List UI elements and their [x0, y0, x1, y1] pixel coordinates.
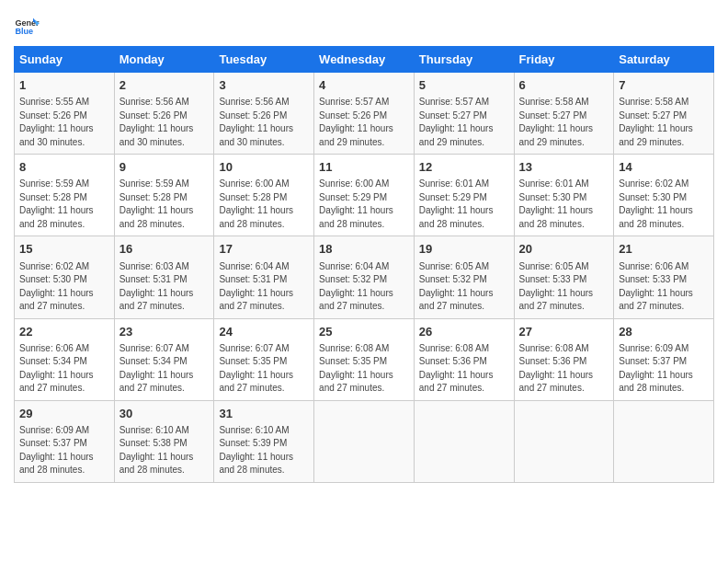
day-number: 6	[519, 77, 609, 94]
calendar-cell: 7Sunrise: 5:58 AM Sunset: 5:27 PM Daylig…	[614, 73, 714, 155]
day-info: Sunrise: 6:06 AM Sunset: 5:33 PM Dayligh…	[619, 260, 709, 314]
day-number: 5	[419, 77, 509, 94]
day-number: 4	[319, 77, 409, 94]
calendar-cell: 18Sunrise: 6:04 AM Sunset: 5:32 PM Dayli…	[314, 236, 415, 318]
day-number: 18	[319, 241, 409, 258]
day-header-thursday: Thursday	[414, 47, 514, 73]
day-number: 31	[219, 406, 309, 422]
calendar-cell: 9Sunrise: 5:59 AM Sunset: 5:28 PM Daylig…	[114, 155, 214, 236]
calendar-cell	[614, 400, 714, 482]
calendar-cell: 10Sunrise: 6:00 AM Sunset: 5:28 PM Dayli…	[214, 155, 314, 236]
calendar-cell: 25Sunrise: 6:08 AM Sunset: 5:35 PM Dayli…	[314, 318, 415, 400]
day-info: Sunrise: 6:01 AM Sunset: 5:30 PM Dayligh…	[519, 178, 609, 231]
day-header-tuesday: Tuesday	[214, 47, 314, 73]
day-number: 7	[619, 77, 709, 94]
day-number: 25	[319, 324, 409, 340]
calendar-week-row: 1Sunrise: 5:55 AM Sunset: 5:26 PM Daylig…	[15, 73, 714, 155]
calendar-cell: 6Sunrise: 5:58 AM Sunset: 5:27 PM Daylig…	[514, 73, 614, 155]
calendar-cell	[414, 400, 514, 482]
calendar-week-row: 15Sunrise: 6:02 AM Sunset: 5:30 PM Dayli…	[15, 236, 714, 318]
calendar-cell: 3Sunrise: 5:56 AM Sunset: 5:26 PM Daylig…	[214, 73, 314, 155]
day-number: 21	[619, 241, 709, 258]
day-info: Sunrise: 5:59 AM Sunset: 5:28 PM Dayligh…	[19, 178, 109, 231]
calendar-cell: 19Sunrise: 6:05 AM Sunset: 5:32 PM Dayli…	[414, 236, 514, 318]
day-info: Sunrise: 5:58 AM Sunset: 5:27 PM Dayligh…	[619, 96, 709, 149]
day-number: 29	[19, 406, 109, 422]
day-info: Sunrise: 6:02 AM Sunset: 5:30 PM Dayligh…	[19, 260, 109, 314]
calendar-cell: 16Sunrise: 6:03 AM Sunset: 5:31 PM Dayli…	[114, 236, 214, 318]
day-number: 22	[19, 324, 109, 340]
day-info: Sunrise: 5:55 AM Sunset: 5:26 PM Dayligh…	[19, 96, 109, 149]
day-number: 2	[119, 77, 210, 94]
day-info: Sunrise: 6:08 AM Sunset: 5:36 PM Dayligh…	[519, 342, 609, 396]
day-header-sunday: Sunday	[15, 47, 115, 73]
day-info: Sunrise: 5:58 AM Sunset: 5:27 PM Dayligh…	[519, 96, 609, 149]
calendar-cell: 27Sunrise: 6:08 AM Sunset: 5:36 PM Dayli…	[514, 318, 614, 400]
day-number: 26	[419, 324, 509, 340]
day-header-saturday: Saturday	[614, 47, 714, 73]
calendar-cell: 8Sunrise: 5:59 AM Sunset: 5:28 PM Daylig…	[15, 155, 115, 236]
calendar-header-row: SundayMondayTuesdayWednesdayThursdayFrid…	[15, 47, 714, 73]
calendar-cell: 24Sunrise: 6:07 AM Sunset: 5:35 PM Dayli…	[214, 318, 314, 400]
day-info: Sunrise: 5:57 AM Sunset: 5:26 PM Dayligh…	[319, 96, 409, 149]
day-info: Sunrise: 6:00 AM Sunset: 5:28 PM Dayligh…	[219, 178, 309, 231]
svg-text:Blue: Blue	[15, 27, 33, 36]
day-number: 12	[419, 159, 509, 176]
day-info: Sunrise: 6:03 AM Sunset: 5:31 PM Dayligh…	[119, 260, 210, 314]
calendar-cell: 31Sunrise: 6:10 AM Sunset: 5:39 PM Dayli…	[214, 400, 314, 482]
day-header-monday: Monday	[114, 47, 214, 73]
day-number: 8	[19, 159, 109, 176]
day-info: Sunrise: 5:56 AM Sunset: 5:26 PM Dayligh…	[119, 96, 210, 149]
day-info: Sunrise: 6:07 AM Sunset: 5:35 PM Dayligh…	[219, 342, 309, 396]
day-info: Sunrise: 5:56 AM Sunset: 5:26 PM Dayligh…	[219, 96, 309, 149]
calendar-cell: 4Sunrise: 5:57 AM Sunset: 5:26 PM Daylig…	[314, 73, 415, 155]
day-number: 17	[219, 241, 309, 258]
day-info: Sunrise: 6:05 AM Sunset: 5:33 PM Dayligh…	[519, 260, 609, 314]
day-info: Sunrise: 6:10 AM Sunset: 5:38 PM Dayligh…	[119, 424, 210, 477]
day-info: Sunrise: 6:08 AM Sunset: 5:36 PM Dayligh…	[419, 342, 509, 396]
calendar-cell: 21Sunrise: 6:06 AM Sunset: 5:33 PM Dayli…	[614, 236, 714, 318]
day-number: 23	[119, 324, 210, 340]
day-info: Sunrise: 6:01 AM Sunset: 5:29 PM Dayligh…	[419, 178, 509, 231]
day-info: Sunrise: 6:07 AM Sunset: 5:34 PM Dayligh…	[119, 342, 210, 396]
calendar-cell: 23Sunrise: 6:07 AM Sunset: 5:34 PM Dayli…	[114, 318, 214, 400]
day-number: 20	[519, 241, 609, 258]
day-info: Sunrise: 6:10 AM Sunset: 5:39 PM Dayligh…	[219, 424, 309, 477]
day-info: Sunrise: 5:59 AM Sunset: 5:28 PM Dayligh…	[119, 178, 210, 231]
day-number: 10	[219, 159, 309, 176]
day-number: 27	[519, 324, 609, 340]
calendar-cell: 17Sunrise: 6:04 AM Sunset: 5:31 PM Dayli…	[214, 236, 314, 318]
calendar-cell: 20Sunrise: 6:05 AM Sunset: 5:33 PM Dayli…	[514, 236, 614, 318]
calendar-week-row: 8Sunrise: 5:59 AM Sunset: 5:28 PM Daylig…	[15, 155, 714, 236]
calendar-week-row: 22Sunrise: 6:06 AM Sunset: 5:34 PM Dayli…	[15, 318, 714, 400]
day-info: Sunrise: 6:04 AM Sunset: 5:31 PM Dayligh…	[219, 260, 309, 314]
calendar-cell: 28Sunrise: 6:09 AM Sunset: 5:37 PM Dayli…	[614, 318, 714, 400]
day-number: 3	[219, 77, 309, 94]
day-number: 11	[319, 159, 409, 176]
calendar-cell: 2Sunrise: 5:56 AM Sunset: 5:26 PM Daylig…	[114, 73, 214, 155]
day-number: 9	[119, 159, 210, 176]
day-number: 28	[619, 324, 709, 340]
calendar-cell: 29Sunrise: 6:09 AM Sunset: 5:37 PM Dayli…	[15, 400, 115, 482]
day-number: 1	[19, 77, 109, 94]
day-number: 13	[519, 159, 609, 176]
calendar-table: SundayMondayTuesdayWednesdayThursdayFrid…	[14, 46, 714, 483]
calendar-cell: 13Sunrise: 6:01 AM Sunset: 5:30 PM Dayli…	[514, 155, 614, 236]
calendar-cell: 30Sunrise: 6:10 AM Sunset: 5:38 PM Dayli…	[114, 400, 214, 482]
day-number: 16	[119, 241, 210, 258]
logo-icon: General Blue	[14, 13, 40, 39]
day-info: Sunrise: 6:09 AM Sunset: 5:37 PM Dayligh…	[619, 342, 709, 396]
calendar-cell	[314, 400, 415, 482]
day-info: Sunrise: 6:09 AM Sunset: 5:37 PM Dayligh…	[19, 424, 109, 477]
calendar-cell: 22Sunrise: 6:06 AM Sunset: 5:34 PM Dayli…	[15, 318, 115, 400]
day-number: 14	[619, 159, 709, 176]
day-info: Sunrise: 6:02 AM Sunset: 5:30 PM Dayligh…	[619, 178, 709, 231]
calendar-cell: 26Sunrise: 6:08 AM Sunset: 5:36 PM Dayli…	[414, 318, 514, 400]
calendar-cell: 15Sunrise: 6:02 AM Sunset: 5:30 PM Dayli…	[15, 236, 115, 318]
day-info: Sunrise: 6:06 AM Sunset: 5:34 PM Dayligh…	[19, 342, 109, 396]
day-number: 19	[419, 241, 509, 258]
day-info: Sunrise: 5:57 AM Sunset: 5:27 PM Dayligh…	[419, 96, 509, 149]
day-number: 15	[19, 241, 109, 258]
day-info: Sunrise: 6:04 AM Sunset: 5:32 PM Dayligh…	[319, 260, 409, 314]
day-info: Sunrise: 6:08 AM Sunset: 5:35 PM Dayligh…	[319, 342, 409, 396]
